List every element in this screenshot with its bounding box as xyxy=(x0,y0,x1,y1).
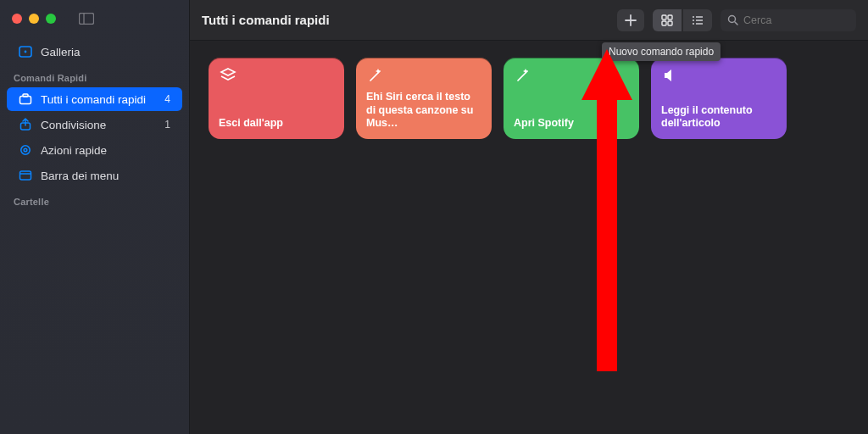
layers-icon xyxy=(219,66,237,85)
tooltip-new-shortcut: Nuovo comando rapido xyxy=(602,42,721,61)
toggle-sidebar-button[interactable] xyxy=(75,10,98,27)
list-view-button[interactable] xyxy=(683,9,712,31)
svg-point-17 xyxy=(693,23,694,25)
svg-point-21 xyxy=(729,16,736,23)
svg-line-22 xyxy=(735,22,737,25)
app-window: Galleria Comandi Rapidi Tutti i comandi … xyxy=(0,0,868,434)
sidebar-item-label: Condivisione xyxy=(41,119,106,131)
new-shortcut-button[interactable] xyxy=(617,9,644,31)
search-icon xyxy=(727,14,738,25)
sidebar-item-label: Barra dei menu xyxy=(41,170,119,182)
close-window-dot[interactable] xyxy=(12,14,22,24)
briefcase-icon xyxy=(19,92,32,106)
sidebar-gallery[interactable]: Galleria xyxy=(7,40,182,64)
svg-point-3 xyxy=(25,51,27,53)
list-icon xyxy=(692,14,704,26)
wand-icon xyxy=(366,66,385,85)
shortcut-card-label: Esci dall'app xyxy=(219,117,334,131)
share-icon xyxy=(19,118,32,131)
grid-icon xyxy=(661,14,673,26)
search-box[interactable] xyxy=(721,9,856,31)
shortcut-card-label: Ehi Siri cerca il testo di questa canzon… xyxy=(366,91,481,131)
svg-rect-0 xyxy=(80,14,94,25)
gallery-icon xyxy=(19,45,32,58)
svg-rect-9 xyxy=(20,171,31,180)
plus-icon xyxy=(625,14,637,26)
svg-point-8 xyxy=(24,148,27,152)
shortcut-card[interactable]: Apri Spotify xyxy=(504,58,639,139)
page-title: Tutti i comandi rapidi xyxy=(202,13,330,27)
window-controls xyxy=(0,7,189,39)
svg-point-16 xyxy=(693,19,694,21)
shortcut-card[interactable]: Ehi Siri cerca il testo di questa canzon… xyxy=(356,58,492,139)
toolbar: Tutti i comandi rapidi xyxy=(190,0,868,41)
svg-rect-12 xyxy=(668,15,672,19)
search-input[interactable] xyxy=(743,14,845,26)
sidebar-item-quick-actions[interactable]: Azioni rapide xyxy=(7,138,182,162)
sidebar-item-menubar[interactable]: Barra dei menu xyxy=(7,164,182,187)
svg-rect-4 xyxy=(20,97,31,104)
shortcut-card[interactable]: Esci dall'app xyxy=(209,58,344,139)
sidebar-section-commands: Comandi Rapidi xyxy=(0,64,189,86)
sidebar: Galleria Comandi Rapidi Tutti i comandi … xyxy=(0,0,190,434)
shortcut-card-label: Apri Spotify xyxy=(514,117,629,131)
svg-rect-13 xyxy=(662,21,666,25)
grid-view-button[interactable] xyxy=(653,9,682,31)
gear-icon xyxy=(19,143,32,157)
svg-rect-11 xyxy=(662,15,666,19)
sidebar-icon xyxy=(79,13,94,25)
content-area: Nuovo comando rapido Esci dall'app Ehi S… xyxy=(190,41,868,434)
sidebar-item-label: Tutti i comandi rapidi xyxy=(41,93,146,106)
sidebar-item-label: Azioni rapide xyxy=(41,144,107,157)
shortcut-card-label: Leggi il contenuto dell'articolo xyxy=(661,104,776,131)
speaker-icon xyxy=(661,66,680,85)
zoom-window-dot[interactable] xyxy=(46,14,56,24)
sidebar-item-count: 4 xyxy=(164,93,170,105)
sidebar-item-all-shortcuts[interactable]: Tutti i comandi rapidi 4 xyxy=(7,87,182,111)
svg-point-15 xyxy=(693,16,694,18)
sidebar-section-folders: Cartelle xyxy=(0,188,189,210)
wand-icon xyxy=(514,66,532,85)
main-area: Tutti i comandi rapidi Nuovo comando rap… xyxy=(190,0,868,434)
svg-point-7 xyxy=(21,146,30,154)
menubar-icon xyxy=(19,169,32,182)
sidebar-item-count: 1 xyxy=(164,119,170,131)
minimize-window-dot[interactable] xyxy=(29,14,39,24)
shortcut-card[interactable]: Leggi il contenuto dell'articolo xyxy=(651,58,787,139)
sidebar-gallery-label: Galleria xyxy=(41,46,81,58)
view-mode-toggle xyxy=(653,9,712,31)
svg-rect-5 xyxy=(23,94,28,97)
svg-rect-14 xyxy=(668,21,672,25)
sidebar-item-sharing[interactable]: Condivisione 1 xyxy=(7,113,182,136)
shortcut-grid: Esci dall'app Ehi Siri cerca il testo di… xyxy=(209,58,849,139)
